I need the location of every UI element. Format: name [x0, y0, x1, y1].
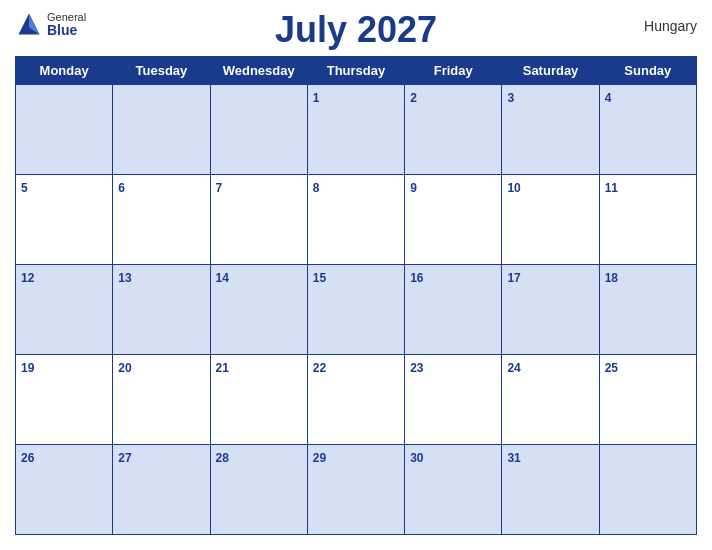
day-cell-16: 16: [405, 264, 502, 354]
day-number-8: 8: [313, 181, 320, 195]
day-number-24: 24: [507, 361, 520, 375]
day-number-5: 5: [21, 181, 28, 195]
empty-cell-w0-d0: [16, 84, 113, 174]
day-number-17: 17: [507, 271, 520, 285]
header-thursday: Thursday: [307, 56, 404, 84]
day-number-18: 18: [605, 271, 618, 285]
day-number-13: 13: [118, 271, 131, 285]
day-number-25: 25: [605, 361, 618, 375]
logo-blue-text: Blue: [47, 23, 86, 37]
logo-general-text: General: [47, 12, 86, 23]
day-cell-10: 10: [502, 174, 599, 264]
week-row-4: 19202122232425: [16, 354, 697, 444]
empty-cell-w4-d6: [599, 444, 696, 534]
header-friday: Friday: [405, 56, 502, 84]
day-number-19: 19: [21, 361, 34, 375]
week-row-2: 567891011: [16, 174, 697, 264]
title-area: July 2027: [275, 10, 437, 50]
calendar-table: Monday Tuesday Wednesday Thursday Friday…: [15, 56, 697, 535]
day-number-12: 12: [21, 271, 34, 285]
day-cell-15: 15: [307, 264, 404, 354]
day-number-4: 4: [605, 91, 612, 105]
week-row-1: 1234: [16, 84, 697, 174]
day-number-27: 27: [118, 451, 131, 465]
day-cell-26: 26: [16, 444, 113, 534]
day-cell-21: 21: [210, 354, 307, 444]
day-cell-24: 24: [502, 354, 599, 444]
day-number-15: 15: [313, 271, 326, 285]
day-cell-18: 18: [599, 264, 696, 354]
day-cell-9: 9: [405, 174, 502, 264]
day-cell-25: 25: [599, 354, 696, 444]
day-cell-23: 23: [405, 354, 502, 444]
day-number-26: 26: [21, 451, 34, 465]
day-number-28: 28: [216, 451, 229, 465]
day-number-11: 11: [605, 181, 618, 195]
header-monday: Monday: [16, 56, 113, 84]
logo-text: General Blue: [47, 12, 86, 37]
header-saturday: Saturday: [502, 56, 599, 84]
day-number-23: 23: [410, 361, 423, 375]
day-number-20: 20: [118, 361, 131, 375]
week-row-3: 12131415161718: [16, 264, 697, 354]
day-number-7: 7: [216, 181, 223, 195]
day-cell-31: 31: [502, 444, 599, 534]
day-number-31: 31: [507, 451, 520, 465]
week-row-5: 262728293031: [16, 444, 697, 534]
day-cell-27: 27: [113, 444, 210, 534]
day-cell-20: 20: [113, 354, 210, 444]
day-cell-8: 8: [307, 174, 404, 264]
day-cell-14: 14: [210, 264, 307, 354]
day-cell-6: 6: [113, 174, 210, 264]
empty-cell-w0-d1: [113, 84, 210, 174]
day-cell-29: 29: [307, 444, 404, 534]
day-cell-7: 7: [210, 174, 307, 264]
day-cell-11: 11: [599, 174, 696, 264]
day-number-6: 6: [118, 181, 125, 195]
day-number-16: 16: [410, 271, 423, 285]
day-number-14: 14: [216, 271, 229, 285]
calendar-header: General Blue July 2027 Hungary: [15, 10, 697, 50]
day-cell-17: 17: [502, 264, 599, 354]
day-number-3: 3: [507, 91, 514, 105]
country-label: Hungary: [644, 18, 697, 34]
day-number-9: 9: [410, 181, 417, 195]
day-cell-12: 12: [16, 264, 113, 354]
day-cell-13: 13: [113, 264, 210, 354]
day-cell-3: 3: [502, 84, 599, 174]
day-number-29: 29: [313, 451, 326, 465]
day-number-21: 21: [216, 361, 229, 375]
day-cell-30: 30: [405, 444, 502, 534]
header-sunday: Sunday: [599, 56, 696, 84]
day-number-1: 1: [313, 91, 320, 105]
header-tuesday: Tuesday: [113, 56, 210, 84]
day-cell-4: 4: [599, 84, 696, 174]
day-cell-2: 2: [405, 84, 502, 174]
header-wednesday: Wednesday: [210, 56, 307, 84]
day-number-30: 30: [410, 451, 423, 465]
day-cell-28: 28: [210, 444, 307, 534]
day-cell-22: 22: [307, 354, 404, 444]
weekday-header-row: Monday Tuesday Wednesday Thursday Friday…: [16, 56, 697, 84]
day-cell-1: 1: [307, 84, 404, 174]
day-number-2: 2: [410, 91, 417, 105]
generalblue-logo-icon: [15, 10, 43, 38]
empty-cell-w0-d2: [210, 84, 307, 174]
day-number-10: 10: [507, 181, 520, 195]
day-cell-5: 5: [16, 174, 113, 264]
calendar-title: July 2027: [275, 10, 437, 50]
day-number-22: 22: [313, 361, 326, 375]
logo-area: General Blue: [15, 10, 86, 38]
day-cell-19: 19: [16, 354, 113, 444]
